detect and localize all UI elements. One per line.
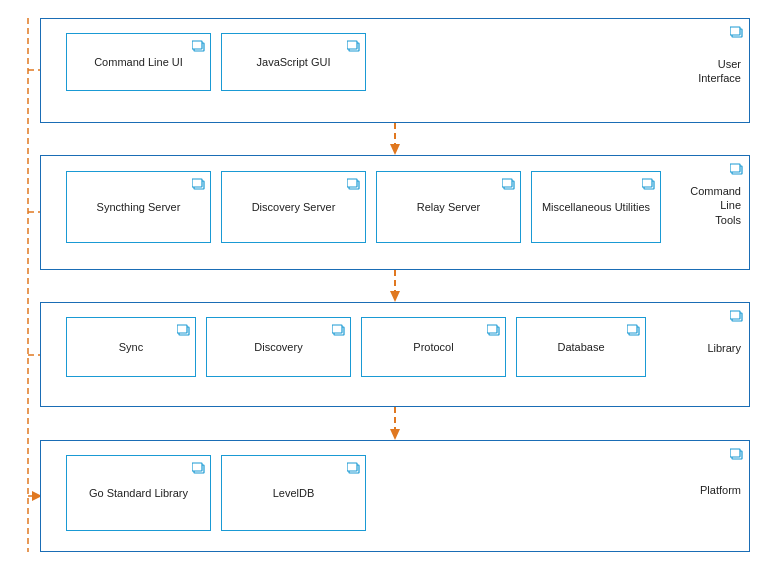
cmd-ui-icon <box>192 38 206 50</box>
svg-rect-41 <box>192 463 202 471</box>
go-stdlib-icon <box>192 460 206 472</box>
layer-libraries: Library Sync Discovery Protocol <box>40 302 750 407</box>
svg-rect-29 <box>730 311 740 319</box>
layer-user-interface: UserInterface Command Line UI JavaScript… <box>40 18 750 123</box>
svg-rect-31 <box>177 325 187 333</box>
svg-rect-19 <box>730 164 740 172</box>
svg-marker-3 <box>390 291 400 302</box>
sync-icon <box>177 322 191 334</box>
layer3-icon <box>730 308 744 320</box>
misc-utilities-label: Miscellaneous Utilities <box>542 200 650 214</box>
layer4-label: Platform <box>700 483 741 497</box>
sync-label: Sync <box>119 340 143 354</box>
js-gui-icon <box>347 38 361 50</box>
svg-rect-17 <box>347 41 357 49</box>
component-discovery-server: Discovery Server <box>221 171 366 243</box>
misc-utilities-icon <box>642 176 656 188</box>
protocol-icon <box>487 322 501 334</box>
go-stdlib-label: Go Standard Library <box>89 486 188 500</box>
layer2-icon <box>730 161 744 173</box>
svg-rect-43 <box>347 463 357 471</box>
cmd-ui-label: Command Line UI <box>94 55 183 69</box>
architecture-diagram: UserInterface Command Line UI JavaScript… <box>0 0 760 570</box>
component-syncthing-server: Syncthing Server <box>66 171 211 243</box>
component-protocol: Protocol <box>361 317 506 377</box>
svg-rect-13 <box>730 27 740 35</box>
component-js-gui: JavaScript GUI <box>221 33 366 91</box>
discovery-label: Discovery <box>254 340 302 354</box>
leveldb-icon <box>347 460 361 472</box>
component-discovery: Discovery <box>206 317 351 377</box>
syncthing-server-label: Syncthing Server <box>97 200 181 214</box>
layer2-label: CommandLineTools <box>690 184 741 227</box>
component-relay-server: Relay Server <box>376 171 521 243</box>
discovery-server-icon <box>347 176 361 188</box>
svg-rect-15 <box>192 41 202 49</box>
database-icon <box>627 322 641 334</box>
svg-marker-1 <box>390 144 400 155</box>
discovery-icon <box>332 322 346 334</box>
relay-server-label: Relay Server <box>417 200 481 214</box>
layer3-label: Library <box>707 341 741 355</box>
svg-rect-35 <box>487 325 497 333</box>
svg-rect-25 <box>502 179 512 187</box>
svg-rect-21 <box>192 179 202 187</box>
discovery-server-label: Discovery Server <box>252 200 336 214</box>
syncthing-icon <box>192 176 206 188</box>
database-label: Database <box>557 340 604 354</box>
leveldb-label: LevelDB <box>273 486 315 500</box>
component-sync: Sync <box>66 317 196 377</box>
layer1-icon <box>730 24 744 36</box>
layer4-icon <box>730 446 744 458</box>
svg-rect-27 <box>642 179 652 187</box>
svg-rect-33 <box>332 325 342 333</box>
component-misc-utilities: Miscellaneous Utilities <box>531 171 661 243</box>
component-leveldb: LevelDB <box>221 455 366 531</box>
component-go-stdlib: Go Standard Library <box>66 455 211 531</box>
layer1-label: UserInterface <box>698 57 741 86</box>
relay-server-icon <box>502 176 516 188</box>
svg-rect-37 <box>627 325 637 333</box>
component-database: Database <box>516 317 646 377</box>
protocol-label: Protocol <box>413 340 453 354</box>
js-gui-label: JavaScript GUI <box>257 55 331 69</box>
layer-platform: Platform Go Standard Library LevelDB <box>40 440 750 552</box>
svg-rect-39 <box>730 449 740 457</box>
svg-marker-5 <box>390 429 400 440</box>
svg-rect-23 <box>347 179 357 187</box>
layer-servers: CommandLineTools Syncthing Server Discov… <box>40 155 750 270</box>
component-cmd-ui: Command Line UI <box>66 33 211 91</box>
